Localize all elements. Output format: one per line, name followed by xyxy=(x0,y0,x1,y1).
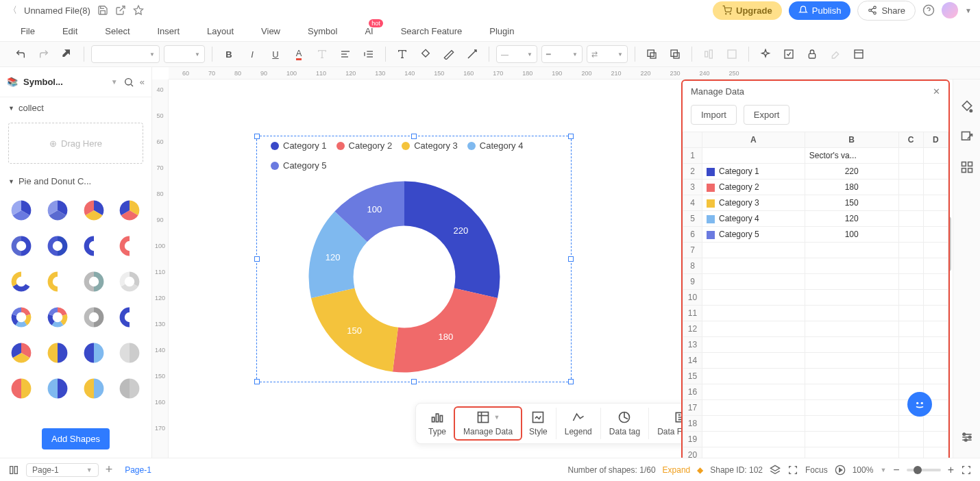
open-external-icon[interactable] xyxy=(115,5,126,16)
share-button[interactable]: Share xyxy=(857,1,916,21)
underline-icon[interactable]: U xyxy=(266,45,285,64)
font-color-icon[interactable]: A xyxy=(289,45,308,64)
italic-icon[interactable]: I xyxy=(243,45,262,64)
present-icon[interactable] xyxy=(835,465,846,476)
ctx-legend[interactable]: Legend xyxy=(556,408,601,439)
zoom-out-icon[interactable]: − xyxy=(893,464,899,476)
sidebar-dropdown-icon[interactable]: ▼ xyxy=(111,78,118,86)
resize-handle[interactable] xyxy=(568,134,574,139)
tools-icon[interactable] xyxy=(826,45,845,64)
shape-thumb[interactable] xyxy=(43,374,72,403)
line-color-icon[interactable] xyxy=(439,45,458,64)
pages-icon[interactable] xyxy=(8,465,19,476)
shape-thumb[interactable] xyxy=(43,303,72,332)
shape-thumb[interactable] xyxy=(79,338,108,367)
layers-icon[interactable] xyxy=(770,465,781,476)
shape-thumb[interactable] xyxy=(79,303,108,332)
resize-handle[interactable] xyxy=(568,256,574,262)
menu-select[interactable]: Select xyxy=(105,26,130,36)
arrow-combo[interactable]: ⇄▼ xyxy=(587,45,628,63)
font-family-combo[interactable]: ▼ xyxy=(91,45,160,63)
effects-icon[interactable] xyxy=(756,45,775,64)
highlight-icon[interactable] xyxy=(313,45,332,64)
selection-box[interactable]: Category 1Category 2Category 3Category 4… xyxy=(256,136,572,382)
search-icon[interactable] xyxy=(123,77,134,88)
connector-icon[interactable] xyxy=(463,45,482,64)
shape-thumb[interactable] xyxy=(79,196,108,225)
bold-icon[interactable]: B xyxy=(219,45,238,64)
fullscreen-icon[interactable] xyxy=(961,465,972,476)
star-icon[interactable] xyxy=(133,5,144,16)
user-menu-caret[interactable]: ▼ xyxy=(965,7,972,14)
expand-link[interactable]: Expand xyxy=(663,465,691,475)
line-weight-combo[interactable]: ━▼ xyxy=(541,45,583,63)
format-painter-icon[interactable] xyxy=(58,45,77,64)
image-front-icon[interactable] xyxy=(665,45,685,64)
menu-layout[interactable]: Layout xyxy=(207,26,234,36)
chat-bubble-icon[interactable] xyxy=(907,392,932,417)
export-icon[interactable] xyxy=(960,130,974,144)
section-collect[interactable]: ▼collect xyxy=(0,97,151,119)
shape-thumb[interactable] xyxy=(7,374,36,403)
ctx-style[interactable]: Style xyxy=(521,408,556,439)
grid-icon[interactable] xyxy=(960,160,974,174)
undo-icon[interactable] xyxy=(11,45,30,64)
shape-thumb[interactable] xyxy=(79,267,108,296)
shape-thumb[interactable] xyxy=(7,303,36,332)
shape-thumb[interactable] xyxy=(115,338,144,367)
shape-thumb[interactable] xyxy=(7,232,36,260)
shape-thumb[interactable] xyxy=(79,374,108,403)
upgrade-button[interactable]: Upgrade xyxy=(713,1,782,20)
shape-thumb[interactable] xyxy=(43,196,72,225)
shape-thumb[interactable] xyxy=(7,267,36,296)
resize-handle[interactable] xyxy=(568,379,574,384)
file-name[interactable]: Unnamed File(8) xyxy=(24,5,90,16)
ctx-type[interactable]: Type xyxy=(420,408,455,439)
menu-ai[interactable]: AIhot xyxy=(365,26,373,36)
canvas-area[interactable]: 6070809010011012013014015016017018019020… xyxy=(152,67,980,458)
shape-thumb[interactable] xyxy=(43,232,72,260)
zoom-level[interactable]: 100% xyxy=(853,465,874,475)
container-icon[interactable] xyxy=(849,45,868,64)
back-icon[interactable]: 〈 xyxy=(8,4,17,16)
shape-thumb[interactable] xyxy=(79,232,108,260)
shape-thumb[interactable] xyxy=(115,374,144,403)
font-size-combo[interactable]: ▼ xyxy=(164,45,205,63)
import-button[interactable]: Import xyxy=(691,105,737,125)
image-behind-icon[interactable] xyxy=(642,45,661,64)
save-icon[interactable] xyxy=(97,5,108,16)
settings-list-icon[interactable] xyxy=(960,430,974,444)
shape-thumb[interactable] xyxy=(7,196,36,225)
menu-edit[interactable]: Edit xyxy=(62,26,77,36)
align-icon[interactable] xyxy=(336,45,355,64)
page-select[interactable]: Page-1▼ xyxy=(26,463,99,477)
redo-icon[interactable] xyxy=(34,45,53,64)
focus-label[interactable]: Focus xyxy=(805,465,828,475)
align-objects-icon[interactable] xyxy=(699,45,718,64)
zoom-slider[interactable] xyxy=(907,469,941,471)
line-spacing-icon[interactable] xyxy=(359,45,378,64)
section-pie-donut[interactable]: ▼Pie and Donut C... xyxy=(0,171,151,192)
distribute-icon[interactable] xyxy=(722,45,742,64)
donut-chart[interactable]: 220180150120100 xyxy=(298,171,511,383)
edit-shape-icon[interactable] xyxy=(779,45,798,64)
text-tool-icon[interactable] xyxy=(393,45,412,64)
fill-icon[interactable] xyxy=(416,45,435,64)
fill-bucket-icon[interactable] xyxy=(960,100,974,114)
menu-file[interactable]: File xyxy=(21,26,35,36)
drag-here-zone[interactable]: ⊕Drag Here xyxy=(8,123,143,164)
menu-symbol[interactable]: Symbol xyxy=(308,26,337,36)
help-icon[interactable] xyxy=(922,4,935,16)
user-avatar[interactable] xyxy=(942,2,958,18)
shape-thumb[interactable] xyxy=(115,232,144,260)
ctx-data-tag[interactable]: Data tag xyxy=(601,408,649,439)
zoom-in-icon[interactable]: + xyxy=(948,464,954,476)
shape-thumb[interactable] xyxy=(115,303,144,332)
export-button[interactable]: Export xyxy=(744,105,790,125)
focus-icon[interactable] xyxy=(787,465,798,476)
menu-view[interactable]: View xyxy=(261,26,280,36)
resize-handle[interactable] xyxy=(254,256,260,262)
ctx-manage-data[interactable]: ▼Manage Data xyxy=(454,406,522,441)
diamond-icon[interactable]: ◆ xyxy=(697,465,703,475)
resize-handle[interactable] xyxy=(411,134,417,139)
